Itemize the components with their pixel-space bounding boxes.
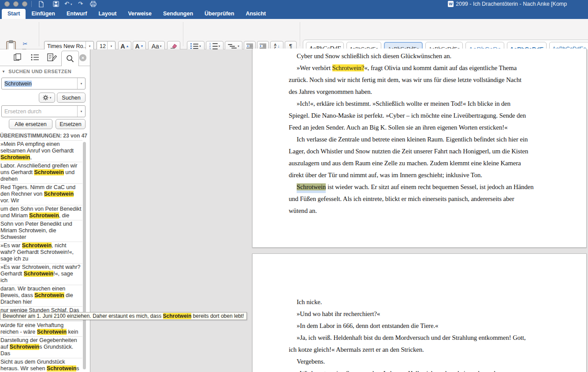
window-minimize-icon[interactable] [13, 1, 19, 7]
word-doc-icon: W [448, 1, 454, 7]
bullets-icon [190, 43, 198, 49]
document-text-line[interactable]: des Jahres vorgenommen haben. [289, 86, 549, 98]
search-options-button[interactable]: ▾ [39, 93, 55, 103]
search-pane-tab[interactable] [61, 51, 79, 66]
document-text-line[interactable]: »Ich!«, erkläre ich bestimmt. »Schließli… [289, 98, 549, 110]
document-text-line[interactable]: »Wer verhört Schrotwein?«, fragt Olivia … [289, 63, 549, 74]
document-text-line[interactable]: Feed an jeden Sender. Auch an Big K. Sol… [289, 122, 549, 134]
match-highlight: Schrotwein [44, 191, 74, 197]
document-text-line[interactable]: Lager, doch Whistler und Snow nutzten di… [289, 146, 549, 158]
document-text-line[interactable]: »In dem Labor in 666, denn dort entstand… [289, 320, 549, 332]
match-highlight: Schrotwein [29, 212, 59, 219]
font-name-value: Times New Ro... [45, 43, 86, 49]
search-input[interactable]: Schrotwein ▾ [1, 78, 86, 89]
document-text-line[interactable]: auszulagern und aus dem Raum eine Zelle … [289, 158, 549, 170]
ribbon: Einfügen ✂ Times New Ro... ▾ 12 ▾ A▲ A▼ … [0, 19, 588, 49]
save-icon[interactable] [53, 1, 59, 7]
search-result-item[interactable]: Labor. Anschließend greifen wir uns Gerh… [0, 162, 82, 184]
document-text-line[interactable]: Spiegel. Die Nano-Maske ist perfekt. »Cy… [289, 110, 549, 122]
search-tooltip: Bewohner am 1. Juni 2100 einziehen. Dahe… [0, 312, 247, 320]
document-text-line[interactable]: direkt über der Tür und nimmt auf, was i… [289, 170, 549, 182]
search-results-list: »Mein PA empfing einen seltsamen Anruf v… [0, 140, 82, 372]
ribbon-tab-berprfen[interactable]: Überprüfen [199, 9, 240, 19]
search-result-item[interactable]: daran. Wir brauchen einen Beweis, dass S… [0, 285, 82, 307]
document-text-line[interactable]: »Wir konnten eine Spur von dem Labor zu … [289, 368, 549, 372]
word-app-window: ↶ ▾ ↷ W 2099 - Ich Drachentöterin - Nach… [0, 0, 588, 372]
document-page-1[interactable]: Cyber und Snow schließlich sich diesen G… [252, 48, 587, 248]
ribbon-tab-entwurf[interactable]: Entwurf [61, 9, 93, 19]
group-separator [300, 22, 300, 46]
document-text-line[interactable]: Ich nicke. [289, 297, 549, 309]
pane-title: SUCHEN UND ERSETZEN [8, 69, 71, 74]
ribbon-tab-einfgen[interactable]: Einfügen [26, 9, 60, 19]
search-result-item[interactable]: Red Tigers. Nimm dir CaC und den Rechner… [0, 184, 82, 205]
ribbon-tab-sendungen[interactable]: Sendungen [157, 9, 199, 19]
title-bar: ↶ ▾ ↷ W 2099 - Ich Drachentöterin - Nach… [0, 0, 588, 8]
search-result-item[interactable]: Sohn von Peter Benedikt und Miriam Schro… [0, 220, 82, 242]
ribbon-tab-ansicht[interactable]: Ansicht [240, 9, 272, 19]
document-text-line[interactable]: »Und wo habt ihr recherchiert?« [289, 309, 549, 320]
undo-caret-icon[interactable]: ▾ [71, 3, 72, 6]
collapse-icon: ▼ [2, 70, 5, 74]
ribbon-tab-bar: StartEinfügenEntwurfLayoutVerweiseSendun… [0, 8, 588, 19]
redo-icon[interactable]: ↷ [78, 0, 83, 7]
ribbon-tab-start[interactable]: Start [2, 9, 26, 19]
document-page-2[interactable]: Ich nicke.»Und wo habt ihr recherchiert?… [252, 253, 587, 372]
review-pane-icon[interactable] [47, 53, 57, 62]
outline-pane-icon[interactable] [31, 53, 39, 61]
match-highlight: Schrotwein [47, 365, 76, 372]
match-highlight: Schrotwein [34, 169, 63, 175]
undo-icon[interactable]: ↶ [64, 0, 69, 7]
pane-header[interactable]: ▼ SUCHEN UND ERSETZEN [2, 69, 71, 74]
search-result-item[interactable]: »Es war Schrotwein, nicht wahr? Gerhardt… [0, 264, 82, 285]
close-pane-icon[interactable]: × [79, 54, 86, 61]
thumbnails-pane-icon[interactable] [14, 53, 22, 61]
replace-placeholder: Ersetzen durch [2, 108, 77, 115]
grow-font-label: A [120, 43, 125, 49]
replace-all-button[interactable]: Alle ersetzen [9, 119, 52, 129]
gear-icon [43, 95, 48, 100]
document-text-line[interactable]: Cyber und Snow schließlich sich diesen G… [289, 51, 549, 63]
document-text-line[interactable]: Ich verlasse die Zentrale und betrete ei… [289, 134, 549, 146]
document-text-line[interactable]: »Ja, ich weiß. Heldenhaft bist du dem Mo… [289, 332, 549, 344]
group-separator [183, 22, 183, 46]
search-result-item[interactable]: würde für eine Verhaftung reichen - wäre… [0, 322, 82, 337]
eraser-icon [170, 43, 177, 49]
print-icon[interactable] [90, 1, 97, 7]
shrink-font-arrow-icon: ▼ [141, 45, 144, 48]
shrink-font-label: A [135, 43, 139, 49]
replace-button[interactable]: Ersetzen [56, 119, 86, 129]
match-highlight: Schrotwein [37, 329, 67, 335]
find-replace-sidebar: × ▼ SUCHEN UND ERSETZEN Schrotwein ▾ ▾ S… [0, 49, 90, 372]
document-text-line[interactable]: zurück. Noch sind wir nicht fertig mit d… [289, 74, 549, 86]
cut-icon[interactable]: ✂ [23, 41, 28, 47]
match-highlight: Schrotwein [0, 154, 30, 160]
font-size-value: 12 [97, 43, 107, 49]
new-document-icon[interactable] [38, 1, 44, 7]
document-text-line[interactable]: wütend an. [289, 205, 549, 217]
search-result-item[interactable]: »Mein PA empfing einen seltsamen Anruf v… [0, 141, 82, 162]
numbering-caret-icon: ▾ [219, 45, 220, 48]
search-button[interactable]: Suchen [57, 93, 86, 103]
search-result-item[interactable]: »Es war Schrotwein, nicht wahr? Gerhardt… [0, 242, 82, 264]
window-close-icon[interactable] [4, 1, 10, 7]
search-result-item[interactable]: Darstellung der Gegebenheiten auf Schrot… [0, 337, 82, 358]
replace-input[interactable]: Ersetzen durch ▾ [1, 105, 86, 117]
document-text-line[interactable]: Schrotwein ist wieder wach. Er sitzt auf… [289, 182, 549, 193]
ribbon-tab-verweise[interactable]: Verweise [122, 9, 157, 19]
decrease-indent-icon [246, 44, 253, 49]
page2-text: Ich nicke.»Und wo habt ihr recherchiert?… [253, 254, 586, 372]
search-result-item[interactable]: Sicht aus dem Grundstück heraus. Wir seh… [0, 358, 82, 372]
results-scrollbar[interactable] [83, 142, 86, 369]
multilevel-list-icon [228, 44, 237, 48]
document-text-line[interactable]: ich kotze gleich!« Abermals zerrt er an … [289, 344, 549, 356]
search-result-item[interactable]: um den Sohn von Peter Benedikt und Miria… [0, 205, 82, 220]
match-highlight: Schrotwein [163, 313, 192, 319]
change-case-label: Aa [152, 43, 159, 49]
document-text-line[interactable]: und Füßen gefesselt. Als ich eintrete, b… [289, 193, 549, 205]
ribbon-tab-layout[interactable]: Layout [93, 9, 122, 19]
increase-indent-icon [260, 44, 266, 49]
window-zoom-icon[interactable] [22, 1, 27, 7]
document-text-line[interactable]: Vergebens. [289, 356, 549, 368]
grow-font-arrow-icon: ▲ [126, 45, 129, 48]
